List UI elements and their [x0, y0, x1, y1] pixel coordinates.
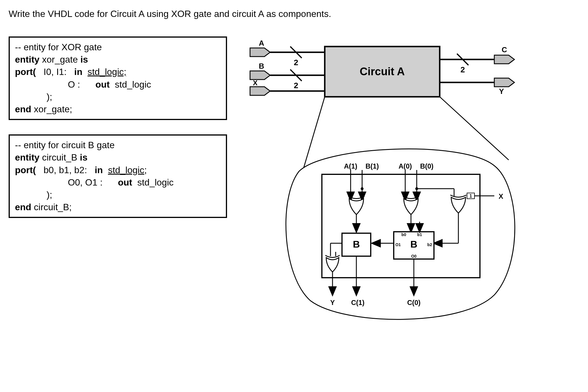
circuitB-entity-code: -- entity for circuit B gate entity circ… [9, 134, 227, 218]
o0-label: O0 [411, 254, 417, 258]
content-row: -- entity for XOR gate entity xor_gate i… [9, 36, 579, 338]
port-X-label: X [253, 79, 258, 87]
kw-end2: end [15, 202, 31, 212]
cb-in-type: std_logic; [108, 165, 147, 175]
kw-is: is [80, 54, 88, 65]
xor-port-in: port( I0, I1: in std_logic; [15, 66, 221, 78]
cb-end-name: circuit_B; [34, 202, 72, 212]
lbl-B1: B(1) [366, 162, 379, 170]
xor-comment: -- entity for XOR gate [15, 41, 221, 53]
xor-out-type: std_logic [115, 79, 151, 90]
kw-port2: port( [15, 165, 36, 175]
bus2-B: 2 [294, 81, 298, 90]
bus2-A: 2 [294, 58, 298, 67]
B-left-label: B [353, 239, 360, 250]
kw-out2: out [118, 177, 132, 188]
kw-entity2: entity [15, 152, 39, 163]
left-column: -- entity for XOR gate entity xor_gate i… [9, 36, 227, 218]
kw-is2: is [80, 152, 88, 163]
question-text: Write the VHDL code for Circuit A using … [9, 9, 579, 19]
port-Y-icon [494, 78, 514, 87]
cb-end: end circuit_B; [15, 201, 221, 213]
proj-right [440, 97, 509, 160]
lbl-A1: A(1) [344, 162, 358, 170]
lbl-Y: Y [330, 299, 335, 306]
kw-entity: entity [15, 54, 39, 65]
cb-port-in: port( b0, b1, b2: in std_logic; [15, 164, 221, 176]
cb-entity-line: entity circuit_B is [15, 151, 221, 164]
kw-port: port( [15, 67, 36, 77]
kw-out: out [95, 79, 110, 90]
one-label: 1 [470, 194, 472, 198]
xor-inputs: I0, I1: [44, 67, 67, 77]
circuitA-title: Circuit A [360, 65, 405, 78]
port-X-icon [250, 87, 270, 95]
cb-out-type: std_logic [137, 177, 174, 188]
xor-close-paren: ); [47, 92, 52, 102]
kw-end: end [15, 104, 31, 114]
cb-close: ); [15, 189, 221, 201]
xor-entity-line: entity xor_gate is [15, 53, 221, 66]
cb-inputs: b0, b1, b2: [44, 165, 87, 175]
port-B-icon [250, 71, 270, 80]
b1-label: b1 [417, 232, 422, 237]
kw-in: in [74, 67, 82, 77]
xor-end: end xor_gate; [15, 103, 221, 115]
port-C-icon [494, 55, 514, 64]
port-C-label: C [502, 45, 507, 54]
xor-close: ); [15, 91, 221, 103]
b0-label: b0 [401, 232, 406, 237]
port-B-label: B [259, 62, 264, 70]
lbl-A0: A(0) [399, 162, 412, 170]
xor-output: O : [68, 79, 80, 90]
lbl-X: X [499, 192, 503, 200]
b2-label: b2 [427, 242, 432, 247]
lbl-C0: C(0) [407, 299, 421, 306]
lbl-C1: C(1) [351, 299, 365, 306]
lbl-B0: B(0) [420, 162, 434, 170]
cb-close-paren: ); [47, 190, 52, 200]
port-A-icon [250, 48, 270, 57]
xor-name: xor_gate [42, 54, 78, 65]
xor-in-type: std_logic; [87, 67, 126, 77]
diagram-area: A B X 2 2 Circuit A 2 [244, 36, 546, 338]
xor-entity-code: -- entity for XOR gate entity xor_gate i… [9, 36, 227, 120]
cb-comment: -- entity for circuit B gate [15, 139, 221, 151]
xor-end-name: xor_gate; [34, 104, 72, 114]
kw-in2: in [95, 165, 103, 175]
circuit-diagram: A B X 2 2 Circuit A 2 [244, 36, 546, 338]
cb-name: circuit_B [42, 152, 77, 163]
bus2-C: 2 [460, 65, 465, 74]
port-Y-label: Y [499, 87, 504, 96]
o1-label: O1 [395, 242, 401, 247]
cb-port-out: O0, O1 : out std_logic [15, 176, 221, 189]
xor-port-out: O : out std_logic [15, 78, 221, 91]
B-right-label: B [410, 239, 418, 250]
cb-output: O0, O1 : [68, 177, 103, 188]
port-A-label: A [259, 39, 264, 47]
